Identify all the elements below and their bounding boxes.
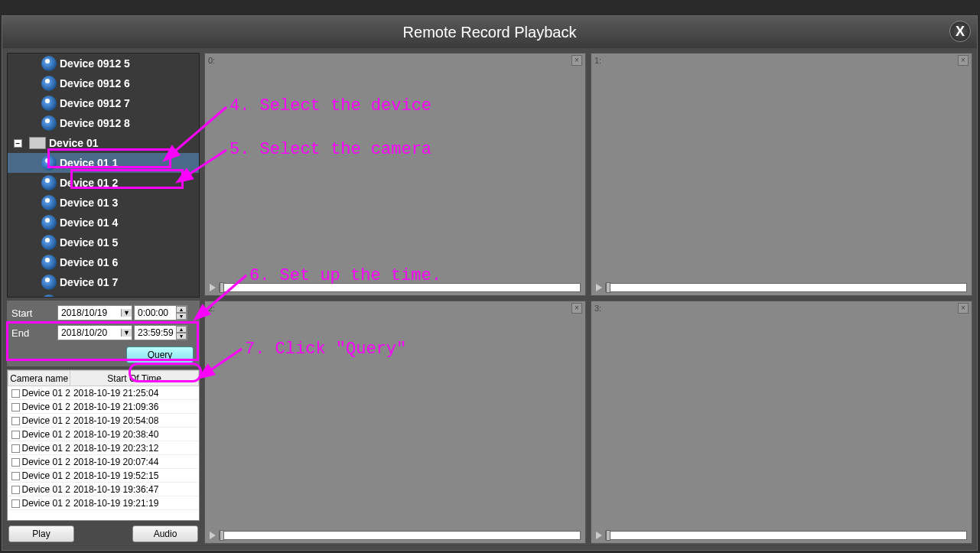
play-icon[interactable] <box>596 532 602 539</box>
play-icon[interactable] <box>210 532 216 539</box>
bottom-buttons: Play Audio <box>7 524 200 544</box>
col-camera[interactable]: Camera name <box>8 371 70 386</box>
checkbox[interactable] <box>11 403 20 411</box>
camera-icon <box>41 294 57 298</box>
video-grid: 0:× 1:× 2:× 3:× <box>204 53 972 544</box>
camera-icon <box>41 175 57 190</box>
pane-label: 3: <box>594 304 601 313</box>
table-row[interactable]: Device 01 22018-10-19 21:25:04 <box>8 386 199 400</box>
table-row[interactable]: Device 01 22018-10-19 20:54:08 <box>8 414 199 428</box>
table-row[interactable]: Device 01 22018-10-19 19:52:15 <box>8 469 199 483</box>
tree-device[interactable]: −Device 01 <box>8 133 199 153</box>
tree-channel[interactable]: Device 0912 8 <box>8 113 199 133</box>
spinner-icon[interactable]: ▲▼ <box>176 306 187 320</box>
results-table[interactable]: Camera name Start Of Time Device 01 2201… <box>7 369 200 521</box>
tree-channel[interactable]: Device 01 6 <box>8 252 199 272</box>
query-button[interactable]: Query <box>126 346 194 363</box>
start-label: Start <box>8 307 56 319</box>
camera-icon <box>41 275 57 290</box>
video-area[interactable] <box>591 315 972 528</box>
checkbox[interactable] <box>11 389 20 398</box>
timeline-slider[interactable] <box>605 531 967 540</box>
camera-icon <box>41 235 57 250</box>
content: Device 0912 5 Device 0912 6 Device 0912 … <box>2 48 977 548</box>
end-label: End <box>8 327 56 339</box>
camera-icon <box>41 56 57 71</box>
table-row[interactable]: Device 01 22018-10-19 19:36:47 <box>8 483 199 496</box>
tree-channel[interactable]: Device 01 4 <box>8 213 199 233</box>
pane-close-icon[interactable]: × <box>571 303 582 314</box>
video-area[interactable] <box>205 315 585 528</box>
video-pane-2[interactable]: 2:× <box>204 301 586 544</box>
tree-channel[interactable]: Device 01 8 <box>8 292 199 298</box>
dropdown-icon[interactable]: ▼ <box>121 309 132 317</box>
play-button[interactable]: Play <box>8 525 74 542</box>
pane-close-icon[interactable]: × <box>958 303 969 314</box>
table-row[interactable]: Device 01 22018-10-19 20:38:40 <box>8 428 199 441</box>
camera-icon <box>41 76 57 91</box>
video-pane-1[interactable]: 1:× <box>591 53 972 296</box>
dropdown-icon[interactable]: ▼ <box>121 329 132 337</box>
timeline-slider[interactable] <box>219 531 581 540</box>
device-icon <box>29 137 46 149</box>
checkbox[interactable] <box>11 417 20 425</box>
audio-button[interactable]: Audio <box>132 525 198 542</box>
camera-icon <box>41 96 57 111</box>
video-area[interactable] <box>591 67 972 280</box>
pane-label: 2: <box>208 304 215 313</box>
checkbox[interactable] <box>11 472 20 480</box>
checkbox[interactable] <box>11 499 20 508</box>
start-time-input[interactable]: 0:00:00▲▼ <box>134 305 187 320</box>
time-panel: Start 2018/10/19▼ 0:00:00▲▼ End 2018/10/… <box>7 301 200 366</box>
tree-channel[interactable]: Device 0912 7 <box>8 93 199 113</box>
video-area[interactable] <box>205 67 585 280</box>
tree-channel[interactable]: Device 01 5 <box>8 233 199 252</box>
end-time-input[interactable]: 23:59:59▲▼ <box>134 325 187 340</box>
tree-channel-selected[interactable]: Device 01 1 <box>8 153 199 173</box>
timeline-slider[interactable] <box>219 283 581 292</box>
pane-close-icon[interactable]: × <box>958 55 969 66</box>
collapse-icon[interactable]: − <box>14 139 22 148</box>
play-icon[interactable] <box>210 284 216 291</box>
window-title: Remote Record Playback <box>403 24 577 41</box>
table-row[interactable]: Device 01 22018-10-19 21:09:36 <box>8 400 199 414</box>
left-panel: Device 0912 5 Device 0912 6 Device 0912 … <box>7 53 200 544</box>
tree-channel[interactable]: Device 0912 5 <box>8 54 199 73</box>
table-row[interactable]: Device 01 22018-10-19 20:23:12 <box>8 441 199 455</box>
camera-icon <box>41 215 57 230</box>
checkbox[interactable] <box>11 431 20 439</box>
video-pane-0[interactable]: 0:× <box>204 53 586 296</box>
titlebar: Remote Record Playback X <box>2 16 977 48</box>
tree-channel[interactable]: Device 0912 6 <box>8 73 199 93</box>
video-pane-3[interactable]: 3:× <box>591 301 972 544</box>
camera-icon <box>41 155 57 171</box>
table-row[interactable]: Device 01 22018-10-19 20:07:44 <box>8 455 199 469</box>
tree-channel[interactable]: Device 01 7 <box>8 272 199 292</box>
camera-icon <box>41 195 57 210</box>
checkbox[interactable] <box>11 458 20 467</box>
table-row[interactable]: Device 01 22018-10-19 19:21:19 <box>8 496 199 510</box>
close-button[interactable]: X <box>949 21 971 42</box>
checkbox[interactable] <box>11 486 20 494</box>
device-tree[interactable]: Device 0912 5 Device 0912 6 Device 0912 … <box>7 53 200 298</box>
pane-label: 1: <box>594 56 601 65</box>
start-date-input[interactable]: 2018/10/19▼ <box>57 305 132 320</box>
tree-channel[interactable]: Device 01 2 <box>8 173 199 193</box>
end-date-input[interactable]: 2018/10/20▼ <box>57 325 132 340</box>
camera-icon <box>41 115 57 131</box>
pane-close-icon[interactable]: × <box>571 55 582 66</box>
play-icon[interactable] <box>596 284 602 291</box>
checkbox[interactable] <box>11 444 20 453</box>
col-start[interactable]: Start Of Time <box>70 371 199 386</box>
tree-channel[interactable]: Device 01 3 <box>8 193 199 213</box>
playback-window: Remote Record Playback X Device 0912 5 D… <box>2 15 978 551</box>
spinner-icon[interactable]: ▲▼ <box>176 326 187 340</box>
pane-label: 0: <box>208 56 215 65</box>
timeline-slider[interactable] <box>605 283 967 292</box>
camera-icon <box>41 255 57 270</box>
